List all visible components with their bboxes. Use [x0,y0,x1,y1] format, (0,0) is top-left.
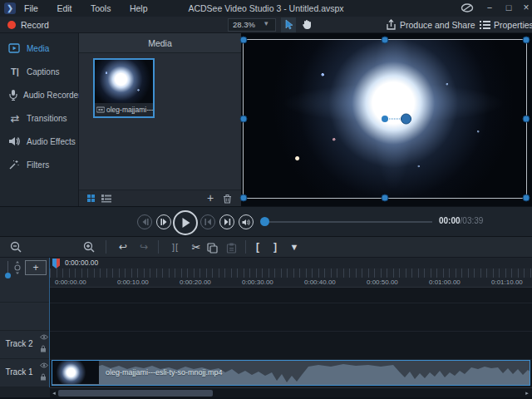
minimize-button[interactable]: − [480,0,499,17]
film-icon [96,106,105,113]
microphone-icon [8,89,18,101]
menu-tools[interactable]: Tools [83,1,119,16]
playhead-row[interactable]: 0:00:00.00 [50,258,532,268]
captions-icon: T| [8,66,22,76]
video-preview[interactable] [243,39,527,199]
scrollbar-track[interactable]: ◂ ▸ [50,387,532,397]
sidebar-item-audio-effects[interactable]: Audio Effects [0,130,78,153]
transitions-icon: ⇄ [8,112,22,125]
track2-lock-icon[interactable] [40,345,47,352]
record-button[interactable]: Record [21,17,49,33]
zoom-in-icon[interactable] [83,241,95,253]
copy-button[interactable] [207,243,218,254]
paste-button[interactable] [226,243,237,254]
grid-view-button[interactable] [87,195,95,202]
resize-handle-bottom-left[interactable] [240,195,248,202]
arrow-cursor-icon [284,19,293,30]
properties-button[interactable]: Properties [494,17,532,33]
hand-icon [302,19,312,30]
resize-handle-left[interactable] [240,116,248,123]
menu-help[interactable]: Help [122,1,155,16]
track1-header[interactable]: Track 1 [0,359,49,387]
media-item-name: oleg-majjami---... [106,106,153,114]
transport-bar: 00:00/03:39 [0,206,532,237]
speaker-icon [8,136,22,146]
produce-share-button[interactable]: Produce and Share [400,17,475,33]
empty-track-row[interactable] [50,303,532,331]
media-item[interactable]: oleg-majjami---... [93,58,155,118]
timeline-ruler-ticks[interactable] [50,268,532,278]
anchor-point-handle[interactable] [382,116,388,122]
mark-out-button[interactable]: ] [269,237,281,258]
timeline-header-column: + Track 2 Track 1 [0,258,50,387]
clip-thumbnail [52,361,99,384]
playhead-time: 0:00:00.00 [65,258,98,268]
resize-handle-top-left[interactable] [240,37,248,44]
split-button[interactable]: ][ [166,237,185,258]
timeline-tracks-area: oleg-majjami---esli-ty-so-mnojj.mp4 [50,288,532,387]
list-view-button[interactable] [101,195,111,203]
media-panel: Media oleg-majjami---... + [79,33,241,206]
close-button[interactable]: × [517,0,532,17]
timecode: 00:00/03:39 [439,216,483,225]
sidebar-item-audio-recorder[interactable]: Audio Recorder [0,83,78,106]
track-height-handle[interactable] [5,273,11,278]
acdsee-logo-icon [460,2,475,14]
sidebar-item-captions[interactable]: T| Captions [0,60,78,83]
sidebar-item-filters[interactable]: Filters [0,153,78,176]
track2-visibility-icon[interactable] [40,334,48,340]
timeline-clip[interactable]: oleg-majjami---esli-ty-so-mnojj.mp4 [52,360,530,386]
cut-button[interactable]: ✂ [188,237,204,258]
sidebar-item-transitions[interactable]: ⇄ Transitions [0,106,78,130]
resize-handle-top[interactable] [382,37,389,44]
hand-tool-button[interactable] [299,17,314,32]
go-to-start-button[interactable] [200,214,215,229]
track1-visibility-icon[interactable] [40,362,48,368]
resize-handle-top-right[interactable] [523,37,530,44]
media-panel-header[interactable]: Media [79,33,241,53]
go-to-end-button[interactable] [219,214,234,229]
rotation-handle[interactable] [401,114,411,125]
track1-lock-icon[interactable] [40,373,47,381]
volume-button[interactable] [239,214,254,229]
maximize-button[interactable]: □ [500,0,518,17]
seek-handle[interactable] [260,217,269,226]
add-marker-button[interactable]: ▼ [287,237,302,258]
menu-file[interactable]: File [17,1,46,16]
add-media-button[interactable]: + [204,190,217,207]
play-reverse-button[interactable] [137,214,152,229]
ruler-label: 0:00:40.00 [304,278,336,288]
timeline-toolbar: ↪ ↩ ][ ✂ [ ] ▼ [0,237,532,258]
select-tool-button[interactable] [281,17,296,32]
add-track-button[interactable]: + [25,260,47,275]
scrollbar-thumb[interactable] [58,390,213,397]
app-icon[interactable]: ❯ [4,2,16,14]
frame-forward-button[interactable] [156,214,171,229]
ruler-label: 0:00:00.00 [55,278,86,288]
timeline-ruler[interactable]: 0:00:00.00 0:00:10.00 0:00:20.00 0:00:30… [50,278,532,288]
zoom-out-icon[interactable] [10,241,22,253]
title-bar: ❯ File Edit Tools Help ACDSee Video Stud… [0,0,532,17]
zoom-level-select[interactable]: 28.3% [228,18,276,32]
ruler-label: 0:01:00.00 [429,278,461,288]
track2-header[interactable]: Track 2 [0,331,49,359]
playhead-marker[interactable] [52,259,60,268]
mark-in-button[interactable]: [ [252,237,264,258]
chevron-down-icon[interactable]: ▾ [264,19,268,27]
track2-lane[interactable] [50,331,532,359]
ruler-label: 0:00:50.00 [367,278,398,288]
menu-bar: File Edit Tools Help [17,0,155,16]
resize-handle-right[interactable] [523,116,530,123]
ruler-label: 0:00:10.00 [117,278,149,288]
undo-button[interactable]: ↪ [115,237,131,258]
trash-icon[interactable] [223,194,232,204]
main-toolbar: Record 28.3% ▾ Produce and Share Propert… [0,17,532,33]
resize-handle-bottom[interactable] [382,195,389,202]
menu-edit[interactable]: Edit [49,1,79,16]
redo-button[interactable]: ↩ [135,237,152,258]
play-button[interactable] [173,210,198,235]
seek-bar[interactable] [264,221,432,223]
magic-wand-icon [8,160,22,170]
sidebar-item-media[interactable]: Media [0,37,78,60]
resize-handle-bottom-right[interactable] [523,195,530,202]
